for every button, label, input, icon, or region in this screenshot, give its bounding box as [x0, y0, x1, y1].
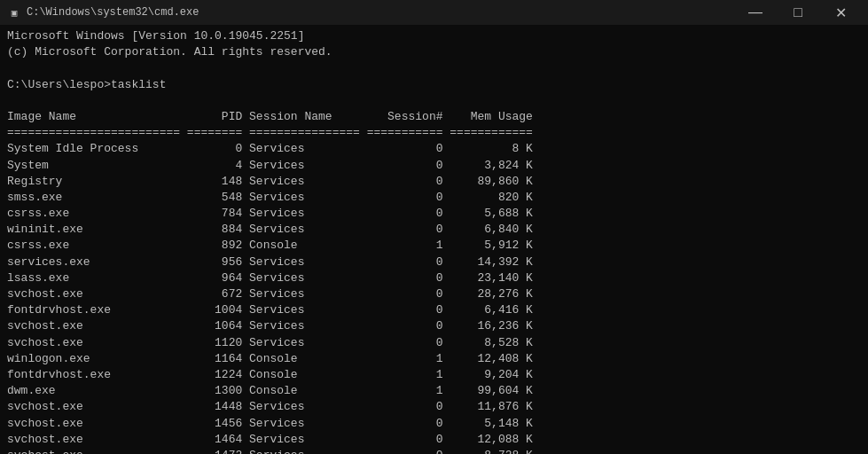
terminal-line: dwm.exe 1300 Console 1 99,604 K	[7, 383, 861, 399]
terminal-line: wininit.exe 884 Services 0 6,840 K	[7, 222, 861, 238]
terminal-line: Registry 148 Services 0 89,860 K	[7, 174, 861, 190]
terminal-line: System 4 Services 0 3,824 K	[7, 158, 861, 174]
terminal-line: csrss.exe 892 Console 1 5,912 K	[7, 238, 861, 254]
terminal-line: svchost.exe 1064 Services 0 16,236 K	[7, 318, 861, 334]
terminal-line: Microsoft Windows [Version 10.0.19045.22…	[7, 28, 861, 44]
terminal-line: svchost.exe 1456 Services 0 5,148 K	[7, 416, 861, 432]
minimize-button[interactable]: —	[735, 0, 776, 25]
terminal-line: svchost.exe 1448 Services 0 11,876 K	[7, 399, 861, 415]
terminal-line: fontdrvhost.exe 1224 Console 1 9,204 K	[7, 367, 861, 383]
cmd-window: ▣ C:\Windows\system32\cmd.exe — □ ✕ Micr…	[0, 0, 868, 454]
terminal-line: C:\Users\lespo>tasklist	[7, 77, 861, 93]
terminal-line: (c) Microsoft Corporation. All rights re…	[7, 44, 861, 60]
title-bar-left: ▣ C:\Windows\system32\cmd.exe	[7, 5, 199, 20]
window-controls: — □ ✕	[735, 0, 861, 25]
terminal-line: smss.exe 548 Services 0 820 K	[7, 190, 861, 206]
window-title: C:\Windows\system32\cmd.exe	[27, 6, 199, 19]
terminal-line	[7, 93, 861, 109]
terminal-line: svchost.exe 1472 Services 0 8,728 K	[7, 448, 861, 454]
terminal-line: svchost.exe 1464 Services 0 12,088 K	[7, 432, 861, 448]
terminal-body[interactable]: Microsoft Windows [Version 10.0.19045.22…	[0, 25, 868, 454]
terminal-line: lsass.exe 964 Services 0 23,140 K	[7, 270, 861, 286]
title-bar: ▣ C:\Windows\system32\cmd.exe — □ ✕	[0, 0, 868, 25]
terminal-line: svchost.exe 1120 Services 0 8,528 K	[7, 335, 861, 351]
terminal-line	[7, 60, 861, 76]
terminal-line: services.exe 956 Services 0 14,392 K	[7, 254, 861, 270]
terminal-line: fontdrvhost.exe 1004 Services 0 6,416 K	[7, 302, 861, 318]
close-button[interactable]: ✕	[820, 0, 861, 25]
maximize-button[interactable]: □	[778, 0, 818, 25]
terminal-line: winlogon.exe 1164 Console 1 12,408 K	[7, 351, 861, 367]
terminal-line: Image Name PID Session Name Session# Mem…	[7, 109, 861, 125]
terminal-line: svchost.exe 672 Services 0 28,276 K	[7, 286, 861, 302]
terminal-line: csrss.exe 784 Services 0 5,688 K	[7, 206, 861, 222]
terminal-line: System Idle Process 0 Services 0 8 K	[7, 141, 861, 157]
cmd-icon: ▣	[7, 5, 21, 20]
terminal-line: ========================= ======== =====…	[7, 125, 861, 141]
